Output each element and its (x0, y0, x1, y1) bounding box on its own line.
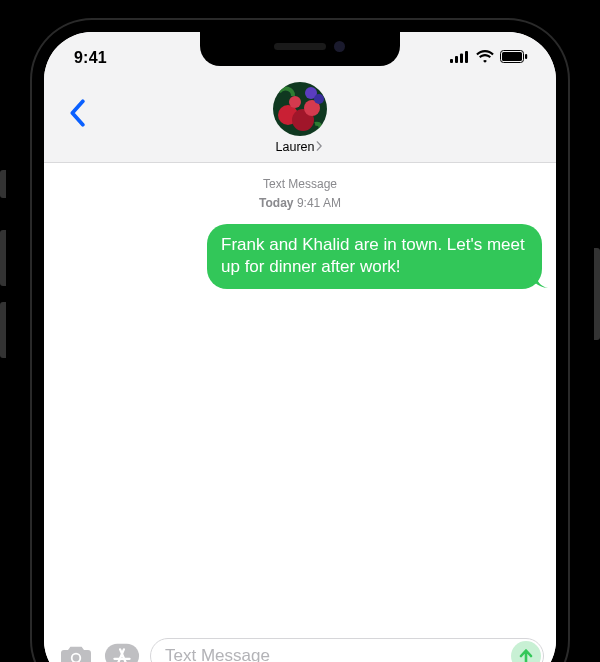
contact-name: Lauren (276, 140, 315, 154)
svg-rect-3 (465, 51, 468, 63)
screen: 9:41 (44, 32, 556, 662)
contact-name-button[interactable]: Lauren (276, 140, 325, 154)
wifi-icon (476, 49, 494, 67)
message-row: Frank and Khalid are in town. Let's meet… (58, 224, 542, 289)
app-store-button[interactable] (104, 639, 140, 662)
thread-timestamp: Text Message Today 9:41 AM (58, 177, 542, 212)
arrow-up-icon (517, 647, 535, 662)
chevron-right-icon (314, 140, 324, 154)
thread-time: 9:41 AM (297, 196, 341, 210)
svg-rect-0 (450, 59, 453, 63)
svg-point-13 (314, 94, 324, 104)
sent-message-bubble[interactable]: Frank and Khalid are in town. Let's meet… (207, 224, 542, 289)
battery-icon (500, 49, 528, 67)
conversation-scroll[interactable]: Text Message Today 9:41 AM Frank and Kha… (44, 163, 556, 628)
side-button (594, 248, 600, 340)
svg-rect-6 (525, 54, 527, 59)
chevron-left-icon (68, 99, 86, 127)
svg-point-15 (73, 655, 80, 662)
thread-type-label: Text Message (58, 177, 542, 192)
svg-rect-1 (455, 56, 458, 63)
svg-rect-5 (502, 52, 522, 61)
message-text: Frank and Khalid are in town. Let's meet… (221, 235, 525, 276)
conversation-header: Lauren (44, 78, 556, 163)
thread-day: Today (259, 196, 293, 210)
status-time: 9:41 (74, 49, 107, 67)
svg-point-11 (289, 96, 301, 108)
back-button[interactable] (60, 96, 94, 130)
volume-down-button (0, 302, 6, 358)
volume-up-button (0, 230, 6, 286)
bubble-tail-icon (530, 272, 548, 288)
contact-avatar[interactable] (273, 82, 327, 136)
notch (200, 32, 400, 66)
camera-icon (60, 643, 92, 662)
message-input[interactable] (150, 638, 544, 662)
app-store-icon (104, 642, 140, 662)
iphone-frame: 9:41 (30, 18, 570, 662)
camera-button[interactable] (58, 639, 94, 662)
silent-switch (0, 170, 6, 198)
status-icons (450, 49, 528, 67)
svg-rect-2 (460, 54, 463, 64)
cellular-icon (450, 49, 470, 67)
compose-bar (44, 628, 556, 662)
